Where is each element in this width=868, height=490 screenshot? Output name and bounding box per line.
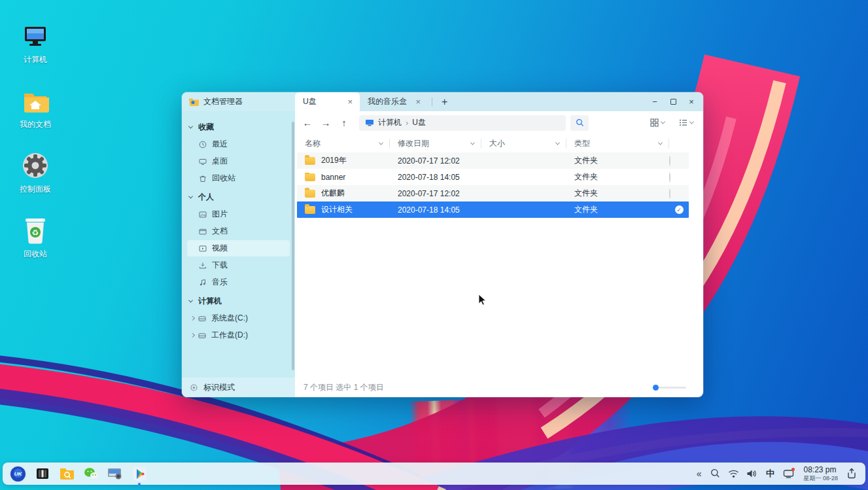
sidebar-item-trash[interactable]: 回收站 — [187, 170, 290, 186]
file-manager-window: 文档管理器 收藏 最近 — [182, 92, 703, 397]
breadcrumb-separator: › — [406, 118, 408, 128]
close-tab-icon[interactable]: × — [346, 97, 354, 107]
tray-volume-button[interactable] — [744, 466, 759, 481]
chevron-down-icon[interactable] — [470, 140, 475, 145]
computer-icon — [22, 22, 49, 50]
tray-search-button[interactable] — [708, 466, 722, 481]
selected-check-icon[interactable]: ✓ — [675, 205, 684, 214]
my-documents-folder-icon — [22, 87, 49, 114]
sidebar-item-downloads[interactable]: 下载 — [187, 257, 290, 273]
sidebar-item-desktop[interactable]: 桌面 — [187, 153, 290, 169]
chevron-down-icon[interactable] — [555, 140, 560, 145]
column-header-modified[interactable]: 修改日期 — [390, 139, 481, 149]
file-type: 文件夹 — [566, 204, 669, 215]
column-header-name[interactable]: 名称 — [297, 139, 390, 149]
file-name: 设计相关 — [321, 204, 353, 215]
desktop-icon-control-panel[interactable]: 控制面板 — [10, 152, 61, 195]
desktop-icon-recycle-bin[interactable]: ♻ 回收站 — [10, 217, 61, 260]
chevron-down-icon[interactable] — [379, 140, 383, 145]
list-header: 名称 修改日期 大小 类型 — [297, 134, 689, 152]
status-bar: 7 个项目 选中 1 个项目 — [295, 377, 703, 397]
minimize-button[interactable]: − — [647, 95, 663, 109]
zoom-slider[interactable] — [653, 387, 686, 389]
breadcrumb-root[interactable]: 计算机 — [378, 117, 402, 128]
music-note-icon — [199, 279, 207, 287]
taskbar-apps: UK — [9, 465, 148, 483]
clock-icon — [199, 141, 207, 149]
desktop-icon-my-documents[interactable]: 我的文档 — [10, 87, 61, 130]
start-menu-button[interactable]: UK — [9, 465, 27, 483]
task-view-icon — [35, 466, 50, 481]
sidebar-item-music[interactable]: 音乐 — [187, 274, 290, 290]
table-row[interactable]: 2019年 2020-07-17 12:02 文件夹 — [297, 152, 689, 169]
file-list-empty-area[interactable] — [297, 218, 689, 377]
up-button[interactable]: ↑ — [336, 115, 353, 131]
chevron-down-icon[interactable] — [658, 140, 663, 145]
breadcrumb-current[interactable]: U盘 — [412, 117, 426, 128]
table-row-selected[interactable]: 设计相关 2020-07-18 14:05 文件夹 ✓ — [297, 201, 689, 218]
forward-button[interactable]: → — [317, 115, 334, 131]
window-titlebar-left[interactable]: 文档管理器 — [182, 92, 295, 111]
item-count-status: 7 个项目 选中 1 个项目 — [304, 382, 384, 393]
sidebar-scrollbar[interactable] — [292, 122, 294, 370]
new-tab-button[interactable]: + — [436, 97, 453, 107]
sidebar-item-work-disk-d[interactable]: 工作盘(D:) — [187, 327, 290, 343]
desktop-icon-computer[interactable]: 计算机 — [10, 22, 61, 65]
tray-wifi-button[interactable] — [726, 466, 740, 481]
sidebar-section-personal[interactable]: 个人 — [182, 189, 295, 205]
tray-input-method[interactable]: 中 — [763, 466, 777, 481]
select-radio[interactable] — [669, 156, 670, 166]
column-header-size[interactable]: 大小 — [481, 139, 566, 149]
file-modified: 2020-07-18 14:05 — [390, 173, 481, 182]
back-button[interactable]: ← — [299, 115, 316, 131]
file-name: banner — [321, 173, 345, 182]
table-row[interactable]: 优麒麟 2020-07-17 12:02 文件夹 — [297, 185, 689, 201]
tab-usb-drive[interactable]: U盘 × — [295, 92, 360, 111]
column-header-type[interactable]: 类型 — [566, 139, 669, 149]
task-view-button[interactable] — [34, 465, 51, 482]
sidebar-item-system-disk-c[interactable]: 系统盘(C:) — [187, 310, 290, 326]
chevron-right-icon[interactable] — [190, 316, 195, 321]
tray-notification-button[interactable] — [781, 466, 795, 481]
gear-icon — [22, 152, 49, 179]
search-button[interactable] — [570, 115, 589, 131]
file-search-button[interactable] — [58, 465, 75, 482]
chevron-right-icon[interactable] — [190, 333, 195, 338]
notification-badge — [791, 468, 795, 471]
screenshot-tool-button[interactable] — [107, 465, 124, 482]
sidebar-item-pictures[interactable]: 图片 — [187, 206, 290, 222]
label-mode-toggle[interactable]: 标识模式 — [182, 377, 295, 397]
taskbar-tray: « 中 — [694, 466, 859, 481]
folder-icon — [305, 173, 315, 181]
active-app-button[interactable] — [131, 465, 148, 482]
tab-my-music-box[interactable]: 我的音乐盒 × — [360, 92, 428, 111]
address-bar[interactable]: 计算机 › U盘 — [359, 115, 566, 131]
app-icon — [189, 97, 199, 106]
tray-collapse-button[interactable]: « — [694, 468, 704, 479]
select-radio[interactable] — [669, 172, 670, 183]
icon-view-toggle[interactable] — [647, 116, 668, 129]
list-view-icon — [679, 118, 687, 127]
close-button[interactable]: × — [684, 95, 699, 109]
sidebar-item-documents[interactable]: 文档 — [187, 223, 290, 239]
picture-icon — [199, 211, 207, 219]
tray-shutdown-button[interactable] — [844, 466, 859, 481]
main-panel: U盘 × 我的音乐盒 × + − × ← → ↑ — [295, 92, 703, 397]
sidebar-section-favorites[interactable]: 收藏 — [182, 119, 295, 135]
chevron-down-icon — [689, 120, 694, 124]
search-icon — [576, 118, 584, 127]
app-title: 文档管理器 — [203, 96, 243, 107]
maximize-button[interactable] — [665, 95, 681, 109]
table-row[interactable]: banner 2020-07-18 14:05 文件夹 — [297, 169, 689, 185]
close-tab-icon[interactable]: × — [414, 97, 422, 107]
sidebar-item-recent[interactable]: 最近 — [187, 136, 290, 152]
zoom-slider-knob[interactable] — [653, 385, 659, 391]
sidebar-section-computer[interactable]: 计算机 — [182, 293, 295, 309]
taskbar-clock[interactable]: 08:23 pm 星期一 08-28 — [803, 466, 838, 481]
list-view-toggle[interactable] — [676, 116, 697, 129]
drive-icon — [198, 332, 206, 340]
select-radio[interactable] — [669, 188, 670, 199]
sidebar-item-videos[interactable]: 视频 — [187, 240, 290, 256]
toolbar: ← → ↑ 计算机 › U盘 — [295, 111, 703, 134]
wechat-button[interactable] — [82, 465, 99, 482]
